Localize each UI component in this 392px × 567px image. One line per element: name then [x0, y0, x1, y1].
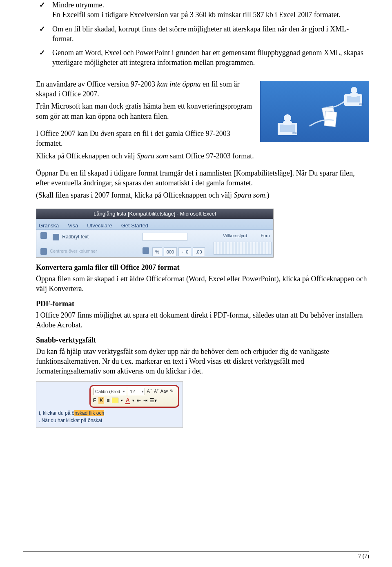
font-size-select[interactable]: 12 [128, 388, 145, 395]
text: samt Office 97-2003 format. [168, 152, 254, 160]
heading-pdf: PDF-format [36, 299, 369, 309]
paragraph: Öppnar Du en fil skapad i tidigare forma… [36, 168, 369, 188]
mini-toolbar: Calibri (Bröd 12 A˄ A˅ Aa▾ ✎ F K ≡ ▾ A ▾… [89, 385, 179, 408]
font-color-dropdown-icon[interactable]: ▾ [132, 398, 134, 403]
window-title: Långlång lista [Kompatibilitetsläge] - M… [36, 209, 273, 219]
text-emphasis: Spara som [234, 191, 265, 199]
selected-text: nskad flik och [74, 410, 104, 416]
indent-increase-icon[interactable]: ⇥ [143, 397, 147, 404]
list-icon[interactable]: ☰▾ [150, 397, 157, 404]
paragraph: (Skall filen sparas i 2007 format, klick… [36, 190, 369, 200]
format-label[interactable]: Forn [261, 233, 270, 256]
format-painter-icon[interactable]: ✎ [170, 388, 174, 394]
percent-button[interactable]: % [152, 247, 162, 256]
tab-utvecklare[interactable]: Utvecklare [87, 222, 112, 229]
shrink-font-icon[interactable]: A˅ [154, 389, 159, 394]
merge-icon[interactable] [40, 248, 47, 255]
sample-text: t, klickar du på önskad flik och . När d… [39, 409, 104, 424]
ribbon-body: Radbryt text Centrera över kolumner % 00… [36, 230, 273, 257]
highlight-dropdown-icon[interactable]: ▾ [121, 398, 123, 403]
text-emphasis: kan inte öppna [157, 80, 201, 88]
currency-icon[interactable] [143, 247, 149, 254]
text: (Skall filen sparas i 2007 format, klick… [36, 191, 234, 199]
list-item: Mindre utrymme. En Excelfil som i tidiga… [36, 0, 369, 20]
text: Klicka på Officeknappen och välj [36, 152, 137, 160]
bold-button[interactable]: F [93, 397, 96, 404]
font-color-button[interactable]: A [125, 397, 130, 404]
ribbon-tabs: Granska Visa Utvecklare Get Started [36, 219, 273, 230]
excel-ribbon-screenshot: Långlång lista [Kompatibilitetsläge] - M… [36, 209, 274, 258]
footer-rule [23, 551, 369, 551]
font-family-select[interactable]: Calibri (Bröd [93, 388, 126, 395]
tab-get-started[interactable]: Get Started [121, 222, 148, 229]
heading-snabb: Snabb-verktygsfält [36, 335, 369, 345]
increase-decimal-button[interactable]: ,00 [193, 247, 205, 256]
wrap-text-label[interactable]: Radbryt text [62, 234, 89, 240]
text: t, klickar du på ö [39, 410, 74, 416]
text: .) [265, 191, 270, 199]
bucket-icon [40, 232, 47, 239]
text-emphasis: även [100, 129, 114, 138]
document-transfer-icon [261, 81, 369, 142]
page-number: 7 (7) [358, 553, 369, 560]
wrap-text-icon[interactable] [53, 234, 59, 240]
highlight-icon[interactable] [112, 398, 118, 403]
paragraph: Du kan få hjälp utav verktygsfält som dy… [36, 347, 369, 376]
bullet-text: En Excelfil som i tidigare Excelversion … [52, 11, 341, 19]
bullet-list: Mindre utrymme. En Excelfil som i tidiga… [36, 0, 369, 68]
bullet-lead: Mindre utrymme. [52, 1, 104, 9]
text-emphasis: Spara som [137, 152, 168, 160]
change-case-icon[interactable]: Aa▾ [160, 388, 168, 394]
indent-decrease-icon[interactable]: ⇤ [137, 397, 141, 404]
merge-label: Centrera över kolumner [50, 249, 97, 253]
text: En användare av Office version 97-2003 [36, 80, 157, 88]
text: I Office 2007 kan Du [36, 129, 100, 138]
number-format-select[interactable] [143, 233, 187, 241]
italic-button[interactable]: K [98, 397, 104, 404]
paragraph: I Office 2007 finns möjlighet att spara … [36, 310, 369, 330]
svg-rect-11 [324, 111, 337, 127]
paragraph: Öppna filen som är skapad i ett äldre Of… [36, 274, 369, 294]
heading-convert: Konvertera gamla filer till Office 2007 … [36, 262, 369, 272]
mini-toolbar-screenshot: Calibri (Bröd 12 A˄ A˅ Aa▾ ✎ F K ≡ ▾ A ▾… [36, 381, 183, 428]
decrease-decimal-button[interactable]: ←0 [178, 247, 191, 256]
conditional-format-label[interactable]: Villkorsstyrd [223, 233, 247, 256]
tab-granska[interactable]: Granska [39, 222, 59, 229]
align-icon[interactable]: ≡ [107, 397, 109, 404]
text: . När du har klickat på önskat [39, 417, 104, 424]
grow-font-icon[interactable]: A˄ [147, 388, 152, 395]
compatibility-illustration: 2003 2007 [260, 81, 369, 142]
list-item: Om en fil blir skadad, korrupt finns det… [36, 24, 369, 44]
bullet-text: Genom att Word, Excel och PowerPoint i g… [52, 49, 363, 67]
thousands-button[interactable]: 000 [164, 247, 177, 256]
bullet-text: Om en fil blir skadad, korrupt finns det… [52, 25, 349, 43]
paragraph: Klicka på Officeknappen och välj Spara s… [36, 151, 369, 161]
tab-visa[interactable]: Visa [68, 222, 78, 229]
list-item: Genom att Word, Excel och PowerPoint i g… [36, 48, 369, 68]
